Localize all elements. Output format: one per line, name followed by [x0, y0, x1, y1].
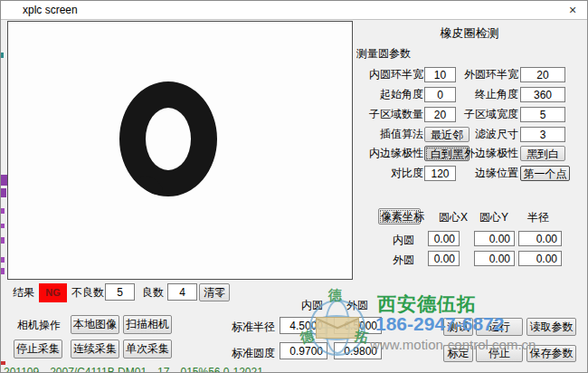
- pixel-coords-button[interactable]: 像素坐标: [378, 208, 421, 225]
- standard-roundness-inner-input[interactable]: [280, 342, 327, 359]
- subregion-count-label: 子区域数量: [354, 107, 423, 122]
- xplc-window: xplc screen × 橡皮圈检测 测量圆参数 内圆环半宽 外圆环半宽 起始…: [0, 0, 588, 373]
- rubber-ring-image: [119, 81, 217, 196]
- single-capture-button[interactable]: 单次采集: [123, 340, 172, 359]
- end-angle-label: 终止角度: [455, 87, 518, 102]
- outer-circle-row-label: 外圆: [378, 253, 414, 268]
- param-row: 插值算法 最近邻 滤波尺寸: [354, 127, 587, 143]
- param-row: 起始角度 终止角度: [354, 87, 587, 103]
- test-button[interactable]: 测试: [443, 318, 473, 336]
- watermark-seal-top: 德: [328, 287, 342, 304]
- run-button[interactable]: 运行: [476, 318, 523, 336]
- clear-counts-button[interactable]: 清零: [199, 283, 230, 301]
- interpolation-label: 插值算法: [354, 127, 423, 142]
- param-row: 对比度 边缘位置 第一个点: [354, 166, 587, 182]
- local-image-button[interactable]: 本地图像: [71, 315, 119, 334]
- image-viewport[interactable]: [7, 21, 353, 280]
- screen-edge-artifact: [1, 257, 5, 263]
- start-angle-input[interactable]: [424, 87, 456, 102]
- inner-center-y-input[interactable]: [474, 231, 515, 246]
- standard-roundness-label: 标准圆度: [232, 346, 275, 361]
- edge-position-button[interactable]: 第一个点: [520, 166, 570, 181]
- good-count-input[interactable]: [167, 283, 197, 301]
- camera-ops-label: 相机操作: [17, 318, 61, 333]
- end-angle-input[interactable]: [520, 87, 565, 102]
- panel-title: 橡皮圈检测: [354, 25, 585, 42]
- param-row: 子区域数量 子区域宽度: [354, 107, 587, 123]
- outer-ring-halfwidth-label: 外圆环半宽: [455, 67, 518, 82]
- edge-position-label: 边缘位置: [455, 166, 518, 181]
- window-title: xplc screen: [23, 1, 78, 19]
- screen-edge-artifact: [1, 268, 5, 274]
- standard-radius-outer-input[interactable]: [334, 317, 382, 334]
- center-x-header: 圆心X: [435, 210, 471, 225]
- screen-edge-artifact: [1, 188, 6, 197]
- outer-ring-halfwidth-input[interactable]: [520, 67, 565, 82]
- screen-edge-artifact: [1, 361, 5, 365]
- status-text: 201109、2007/C4111B DM01、17 015%56.0-1202…: [4, 365, 263, 373]
- screen-edge-artifact: [1, 175, 7, 186]
- outer-radius-input[interactable]: [518, 251, 562, 266]
- inner-ring-halfwidth-input[interactable]: [424, 67, 456, 82]
- title-bar: xplc screen ×: [1, 1, 587, 20]
- outer-center-y-input[interactable]: [474, 251, 515, 266]
- standard-outer-header: 外圆: [341, 298, 374, 313]
- watermark-company-name: 西安德伍拓: [377, 292, 477, 317]
- result-label: 结果: [13, 285, 34, 301]
- outer-edge-polarity-label: 外边缘极性: [455, 146, 518, 161]
- filter-size-input[interactable]: [520, 127, 565, 142]
- subregion-width-label: 子区域宽度: [455, 107, 518, 122]
- screen-edge-artifact: [1, 237, 5, 244]
- subregion-count-input[interactable]: [424, 107, 456, 122]
- screen-edge-artifact: [1, 224, 5, 228]
- stop-button[interactable]: 停止: [476, 345, 523, 362]
- inner-circle-row-label: 内圆: [378, 233, 414, 248]
- param-row: 内边缘极性 白到黑 外边缘极性 黑到白: [354, 146, 587, 162]
- contrast-label: 对比度: [354, 166, 423, 181]
- inner-center-x-input[interactable]: [428, 231, 460, 246]
- bad-count-label: 不良数: [71, 285, 104, 301]
- center-y-header: 圆心Y: [476, 210, 512, 225]
- screen-edge-artifact: [1, 208, 5, 214]
- inner-radius-input[interactable]: [518, 231, 562, 246]
- good-count-label: 良数: [142, 285, 164, 301]
- bad-count-input[interactable]: [105, 283, 135, 301]
- filter-size-label: 滤波尺寸: [455, 127, 518, 142]
- screen-edge-artifact: [1, 53, 4, 58]
- outer-edge-polarity-button[interactable]: 黑到白: [520, 146, 565, 161]
- contrast-input[interactable]: [424, 166, 456, 181]
- inner-ring-halfwidth-label: 内圆环半宽: [354, 67, 423, 82]
- measure-params-label: 测量圆参数: [356, 46, 411, 62]
- standard-roundness-outer-input[interactable]: [334, 342, 382, 359]
- result-status-badge: NG: [39, 283, 67, 302]
- read-params-button[interactable]: 读取参数: [526, 318, 576, 336]
- outer-center-x-input[interactable]: [428, 251, 460, 266]
- scan-camera-button[interactable]: 扫描相机: [123, 315, 172, 334]
- standard-radius-inner-input[interactable]: [280, 317, 327, 334]
- stop-capture-button[interactable]: 停止采集: [14, 340, 62, 359]
- save-params-button[interactable]: 保存参数: [526, 345, 576, 362]
- start-angle-label: 起始角度: [354, 87, 423, 102]
- standard-inner-header: 内圆: [296, 298, 328, 313]
- calibrate-button[interactable]: 标定: [443, 345, 473, 362]
- inner-edge-polarity-label: 内边缘极性: [354, 146, 423, 161]
- continuous-capture-button[interactable]: 连续采集: [71, 340, 119, 359]
- close-icon[interactable]: ×: [565, 2, 580, 18]
- standard-radius-label: 标准半径: [232, 320, 275, 335]
- radius-header: 半径: [520, 210, 556, 225]
- param-row: 内圆环半宽 外圆环半宽: [354, 67, 587, 83]
- subregion-width-input[interactable]: [520, 107, 565, 122]
